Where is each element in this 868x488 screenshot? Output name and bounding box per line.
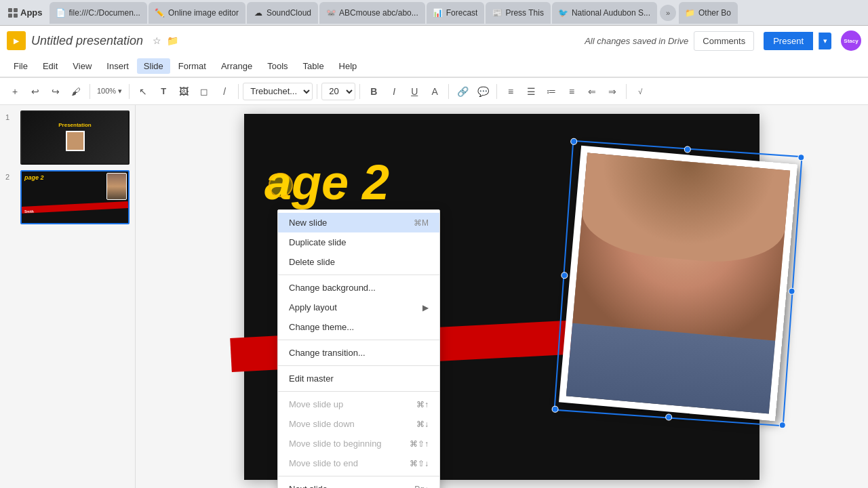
slide-photo <box>559 146 797 421</box>
move-up-shortcut: ⌘↑ <box>416 400 429 409</box>
change-background-label: Change background... <box>289 283 376 293</box>
toolbar-text[interactable]: T <box>154 82 173 101</box>
menu-table[interactable]: Table <box>296 58 331 74</box>
move-beginning-label: Move slide to beginning <box>289 439 382 449</box>
tab-soundcloud-label: SoundCloud <box>267 8 311 18</box>
handle-top-right[interactable] <box>797 154 805 161</box>
toolbar-underline[interactable]: U <box>405 82 424 101</box>
present-button[interactable]: Present <box>764 32 813 50</box>
menu-item-change-transition[interactable]: Change transition... <box>278 343 439 363</box>
tab-doc-label: file:///C:/Documen... <box>69 8 140 18</box>
move-beginning-shortcut: ⌘⇧↑ <box>410 439 429 449</box>
present-dropdown-button[interactable]: ▾ <box>818 33 831 49</box>
duplicate-slide-label: Duplicate slide <box>289 237 347 247</box>
toolbar-paintformat[interactable]: 🖌 <box>66 82 85 101</box>
slide-1-content: Presentation <box>58 122 91 154</box>
toolbar-image[interactable]: 🖼 <box>174 82 193 101</box>
menu-format[interactable]: Format <box>172 58 213 74</box>
tab-doc[interactable]: 📄 file:///C:/Documen... <box>50 2 147 24</box>
slide-panel: 1 Presentation 2 page 2 Smith <box>0 105 136 488</box>
menu-edit[interactable]: Edit <box>36 58 64 74</box>
menu-item-change-theme[interactable]: Change theme... <box>278 317 439 337</box>
avatar[interactable]: Stacy <box>841 30 861 51</box>
soundcloud-icon: ☁ <box>254 8 263 18</box>
menu-slide[interactable]: Slide <box>137 58 170 74</box>
menu-help[interactable]: Help <box>332 58 364 74</box>
apply-layout-arrow: ▶ <box>422 303 429 312</box>
menu-tools[interactable]: Tools <box>260 58 294 74</box>
new-slide-label: New slide <box>289 218 327 228</box>
tab-soundcloud[interactable]: ☁ SoundCloud <box>247 2 318 24</box>
menu-insert[interactable]: Insert <box>100 58 136 74</box>
toolbar-comment[interactable]: 💬 <box>473 82 492 101</box>
apply-layout-label: Apply layout <box>289 302 337 312</box>
tab-audubon[interactable]: 🐦 National Audubon S... <box>552 2 657 24</box>
menu-divider-4 <box>278 391 439 392</box>
tab-forecast-label: Forecast <box>446 8 478 18</box>
tab-other[interactable]: 📁 Other Bo <box>679 2 738 24</box>
toolbar-align-center[interactable]: ☰ <box>521 82 540 101</box>
toolbar-shapes[interactable]: ◻ <box>195 82 214 101</box>
doc-icon: 📄 <box>56 8 66 18</box>
toolbar-list-numbered[interactable]: ≡ <box>562 82 581 101</box>
slide-page-text: age 2 <box>264 155 389 210</box>
toolbar-cursor[interactable]: ↖ <box>134 82 153 101</box>
menu-item-delete-slide[interactable]: Delete slide <box>278 252 439 272</box>
tab-abcmouse[interactable]: 🐭 ABCmouse abc/abo... <box>319 2 425 24</box>
canvas-area: age 2 Smith <box>136 105 868 488</box>
toolbar-redo[interactable]: ↪ <box>46 82 65 101</box>
handle-top-left[interactable] <box>570 138 578 145</box>
star-icon[interactable]: ☆ <box>151 34 163 47</box>
slide-1-wrap: 1 Presentation <box>5 110 130 165</box>
menu-file[interactable]: File <box>7 58 35 74</box>
menu-view[interactable]: View <box>66 58 98 74</box>
tab-press-this[interactable]: 📰 Press This <box>486 2 550 24</box>
menu-item-apply-layout[interactable]: Apply layout ▶ <box>278 298 439 317</box>
handle-bottom-middle[interactable] <box>665 413 673 421</box>
slide-1-thumbnail[interactable]: Presentation <box>20 110 130 165</box>
toolbar-indent-inc[interactable]: ⇒ <box>603 82 622 101</box>
menu-item-next-slide[interactable]: Next slide Pg↓ <box>278 479 439 488</box>
toolbar-list-bullet[interactable]: ≔ <box>542 82 561 101</box>
folder-icon[interactable]: 📁 <box>165 34 180 47</box>
apps-label: Apps <box>20 7 43 18</box>
toolbar-divider-1 <box>90 84 90 99</box>
app-header: ▶ Untitled presentation ☆ 📁 All changes … <box>0 26 868 78</box>
menu-arrange[interactable]: Arrange <box>214 58 259 74</box>
tab-image-editor[interactable]: ✏️ Online image editor <box>149 2 245 24</box>
toolbar-font-color[interactable]: A <box>425 82 444 101</box>
toolbar-zoom-in[interactable]: + <box>5 82 24 101</box>
more-tabs-button[interactable]: » <box>660 5 676 21</box>
toolbar-link[interactable]: 🔗 <box>453 82 472 101</box>
font-family-select[interactable]: Trebuchet... <box>243 83 313 100</box>
menu-item-new-slide[interactable]: New slide ⌘M <box>278 213 439 232</box>
tab-forecast[interactable]: 📊 Forecast <box>427 2 485 24</box>
toolbar-align-left[interactable]: ≡ <box>501 82 520 101</box>
comments-button[interactable]: Comments <box>694 31 754 51</box>
toolbar-indent-dec[interactable]: ⇐ <box>583 82 601 101</box>
handle-bottom-right[interactable] <box>778 422 786 429</box>
handle-bottom-left[interactable] <box>551 405 559 413</box>
menu-divider-2 <box>278 340 439 340</box>
slide-2-person <box>106 173 127 200</box>
toolbar-italic[interactable]: I <box>384 82 403 101</box>
document-title[interactable]: Untitled presentation <box>31 34 143 48</box>
handle-top-middle[interactable] <box>684 146 691 153</box>
slide-2-thumbnail[interactable]: page 2 Smith <box>20 170 130 224</box>
toolbar-undo[interactable]: ↩ <box>26 82 45 101</box>
move-up-label: Move slide up <box>289 399 343 409</box>
menu-item-edit-master[interactable]: Edit master <box>278 369 439 388</box>
menu-item-change-background[interactable]: Change background... <box>278 278 439 298</box>
title-bar: ▶ Untitled presentation ☆ 📁 All changes … <box>0 26 868 56</box>
menu-item-duplicate-slide[interactable]: Duplicate slide <box>278 232 439 252</box>
handle-middle-right[interactable] <box>788 287 795 295</box>
tab-apps[interactable]: Apps <box>3 2 48 24</box>
menu-divider-3 <box>278 365 439 366</box>
toolbar-lines[interactable]: / <box>215 82 234 101</box>
toolbar-zoom-select[interactable]: 100% ▾ <box>94 82 125 101</box>
photo-hair <box>579 153 790 268</box>
handle-middle-left[interactable] <box>561 272 568 279</box>
toolbar-bold[interactable]: B <box>364 82 383 101</box>
font-size-select[interactable]: 20 <box>321 83 355 100</box>
toolbar-equation[interactable]: √ <box>631 82 650 101</box>
